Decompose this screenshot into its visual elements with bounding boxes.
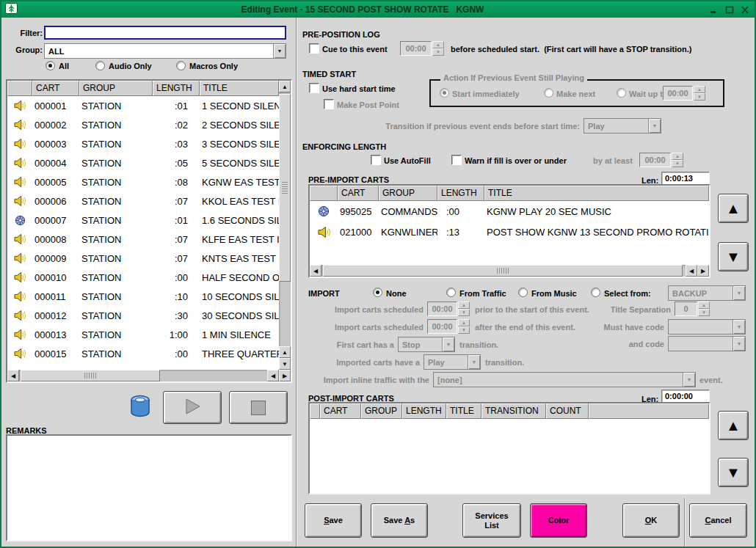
save-button[interactable]: Save [305,503,362,538]
save-as-button[interactable]: Save As [371,503,428,538]
scroll-right-icon[interactable]: ▶ [279,370,291,381]
remarks-input[interactable] [6,434,292,541]
header-length[interactable]: LENGTH [153,81,200,96]
maximize-button[interactable] [723,4,735,15]
ok-button[interactable]: OK [622,503,680,538]
scroll-left-icon[interactable]: ◀ [310,265,321,277]
chevron-down-icon[interactable]: ▼ [273,44,286,58]
horizontal-scrollbar[interactable]: ◀ ◀ ▶ [310,265,709,277]
cart-row[interactable]: 000001STATION:011 SECOND SILEN [7,96,279,115]
scroll-right-icon[interactable]: ▶ [697,265,709,277]
header-length[interactable]: LENGTH [402,403,446,419]
scroll-left-icon[interactable]: ◀ [686,265,697,277]
imported-carts-select[interactable]: Play▼ [424,354,481,370]
header-icon-col[interactable] [7,81,32,96]
cart-row[interactable]: 000002STATION:022 SECONDS SILEI [7,115,279,134]
scroll-thumb[interactable] [21,370,160,381]
pre-import-row[interactable]: 021000KGNWLINERS:13POST SHOW KGNW 13 SEC… [310,222,709,242]
group-select[interactable]: ALL ▼ [44,43,286,59]
cart-row[interactable]: 000003STATION:033 SECONDS SILEI [7,134,279,153]
scroll-track[interactable] [279,92,291,346]
scroll-down-icon[interactable]: ▼ [279,358,291,370]
radio-make-next[interactable] [544,88,553,98]
chevron-down-icon[interactable]: ▼ [733,286,745,300]
inline-traffic-select[interactable]: [none]▼ [433,372,696,387]
scroll-track[interactable] [321,265,686,277]
cue-time-spinner[interactable]: 00:00▲▼ [400,41,444,56]
horizontal-scrollbar[interactable]: ◀ ◀ ▶ [7,370,291,381]
header-length[interactable]: LENGTH [437,186,484,201]
close-button[interactable] [738,4,751,15]
titlebar[interactable]: Editing Event - 15 SECOND POST SHOW ROTA… [1,1,755,18]
cart-row[interactable]: 000010STATION:00HALF SECOND OF [7,268,279,287]
title-separation-spinner[interactable]: 0▲▼ [675,302,710,316]
spin-down-icon[interactable]: ▼ [694,93,705,101]
spin-up-icon[interactable]: ▲ [458,302,470,309]
warn-fill-checkbox[interactable] [451,155,462,165]
minimize-button[interactable] [708,4,720,15]
radio-all[interactable] [46,61,55,70]
spin-down-icon[interactable]: ▼ [432,48,444,56]
scroll-left-icon[interactable]: ◀ [7,370,19,381]
sched-after-spinner[interactable]: 00:00▲▼ [427,319,470,334]
cart-row[interactable]: 000015STATION:00THREE QUARTER [7,344,279,363]
scroll-up-icon[interactable]: ▲ [279,346,291,358]
radio-from-music[interactable] [518,288,528,297]
cancel-button[interactable]: Cancel [689,503,747,538]
stop-button[interactable] [229,391,288,424]
header-title[interactable]: TITLE [484,186,709,201]
cart-row[interactable]: 000006STATION:07KKOL EAS TEST I [7,191,279,211]
cart-row[interactable]: 000009STATION:07KNTS EAS TEST I [7,249,279,268]
warn-time-spinner[interactable]: 00:00▲▼ [639,153,683,167]
scroll-thumb[interactable] [279,94,291,282]
scroll-thumb[interactable] [323,265,683,277]
must-code-select[interactable]: ▼ [668,319,746,335]
pre-import-row[interactable]: 995025COMMANDS:00KGNW PLAY 20 SEC MUSIC [310,201,709,222]
header-icon-col[interactable] [310,403,320,419]
services-list-button[interactable]: ServicesList [462,503,521,538]
chevron-down-icon[interactable]: ▼ [733,320,745,334]
chevron-down-icon[interactable]: ▼ [648,119,661,133]
radio-macros-only[interactable] [176,61,186,70]
spin-down-icon[interactable]: ▼ [458,309,470,316]
color-button[interactable]: Color [530,503,587,538]
chevron-down-icon[interactable]: ▼ [468,355,480,369]
chevron-down-icon[interactable]: ▼ [442,337,454,351]
filter-input[interactable] [44,26,286,40]
radio-select-from[interactable] [591,288,600,297]
post-point-checkbox[interactable] [324,99,334,109]
spin-up-icon[interactable]: ▲ [698,302,710,309]
vertical-scrollbar[interactable]: ▲ ▲ ▼ [279,81,291,370]
header-cart[interactable]: CART [32,81,79,96]
spin-up-icon[interactable]: ▲ [432,41,444,48]
autofill-checkbox[interactable] [371,155,381,165]
cart-row[interactable]: 000008STATION:07KLFE EAS TEST IN [7,230,279,249]
radio-start-immediately[interactable] [440,88,449,98]
post-import-move-down-button[interactable]: ▼ [718,458,749,487]
cart-row[interactable]: 000005STATION:08KGNW EAS TEST [7,172,279,191]
header-cart[interactable]: CART [338,186,379,201]
wait-time-spinner[interactable]: 00:00▲▼ [663,86,705,101]
scroll-left-icon[interactable]: ◀ [267,370,279,381]
header-icon-col[interactable] [310,186,338,201]
post-import-move-up-button[interactable]: ▲ [718,411,749,440]
cart-row[interactable]: 000007STATION:011.6 SECONDS SIL [7,211,279,230]
cart-row[interactable]: 000011STATION:1010 SECONDS SILE [7,287,279,306]
post-import-body[interactable] [310,419,709,493]
pre-import-move-down-button[interactable]: ▼ [718,242,749,271]
radio-from-traffic[interactable] [446,288,456,297]
header-group[interactable]: GROUP [361,403,402,419]
cart-row[interactable]: 000004STATION:055 SECONDS SILEI [7,153,279,172]
cart-row[interactable]: 000013STATION1:001 MIN SILENCE [7,325,279,344]
spin-up-icon[interactable]: ▲ [672,153,683,160]
scroll-track[interactable] [19,370,267,381]
select-from-select[interactable]: BACKUP▼ [668,285,746,301]
radio-import-none[interactable] [373,288,382,297]
spin-down-icon[interactable]: ▼ [698,309,710,316]
cart-row[interactable]: 000012STATION:3030 SECONDS SILE [7,306,279,325]
header-count[interactable]: COUNT [546,403,589,419]
sched-prior-spinner[interactable]: 00:00▲▼ [427,302,470,316]
transition-select[interactable]: Play▼ [584,118,661,134]
spin-up-icon[interactable]: ▲ [694,86,705,93]
header-title[interactable]: TITLE [446,403,481,419]
